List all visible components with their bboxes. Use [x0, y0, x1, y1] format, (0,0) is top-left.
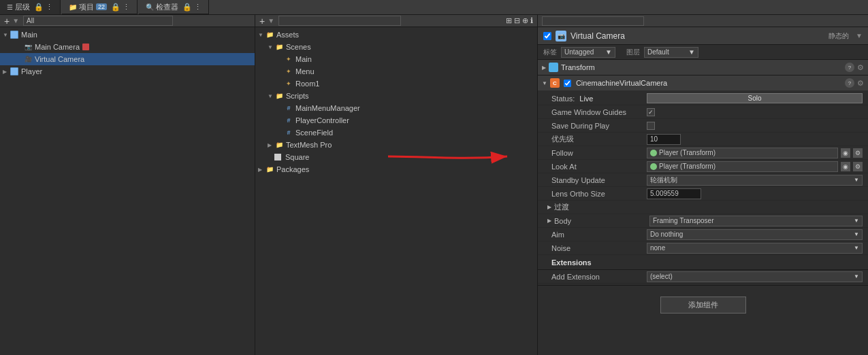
cinemachine-settings-btn[interactable]: ⚙: [857, 79, 864, 88]
solo-btn[interactable]: Solo: [647, 93, 863, 103]
project-panel: + ▼ ⊞ ⊟ ⊕ ℹ ▼ 📁 Assets: [255, 15, 538, 355]
inspector-search-input[interactable]: [542, 16, 644, 26]
noise-arrow: ▼: [854, 245, 859, 251]
static-dropdown[interactable]: ▼: [856, 32, 863, 39]
body-group[interactable]: ▶ Body Framing Transposer ▼: [538, 214, 868, 228]
layer-value: Default: [647, 48, 669, 56]
project-item-square[interactable]: Square: [255, 151, 537, 163]
project-item-scenefield[interactable]: # SceneField: [255, 126, 537, 139]
layer-dropdown[interactable]: Default ▼: [644, 47, 698, 58]
object-header: 📷 Virtual Camera 静态的 ▼: [538, 27, 868, 45]
project-search-input[interactable]: [278, 16, 401, 26]
project-icon3[interactable]: ⊕: [522, 16, 528, 25]
standby-update-row: Standby Update 轮循机制 ▼: [538, 173, 868, 187]
hierarchy-tab[interactable]: ☰ 层级 🔒 ⋮: [0, 0, 61, 14]
project-item-room1-scene[interactable]: ✦ Room1: [255, 78, 537, 90]
project-icon4[interactable]: ℹ: [530, 16, 533, 25]
follow-label: Follow: [551, 149, 647, 157]
cinemachine-active-checkbox[interactable]: [564, 80, 571, 87]
follow-object-field[interactable]: Player (Transform): [647, 148, 838, 158]
look-at-settings-btn[interactable]: ⚙: [853, 162, 863, 171]
project-item-textmeshpro[interactable]: ▶ 📁 TextMesh Pro: [255, 139, 537, 151]
lens-ortho-row: Lens Ortho Size: [538, 187, 868, 201]
add-component-btn[interactable]: 添加组件: [660, 297, 746, 314]
look-at-label: Look At: [551, 163, 647, 171]
transform-help-btn[interactable]: ?: [845, 63, 854, 72]
look-at-value: Player (Transform): [659, 163, 716, 170]
cinemachine-icon: C: [550, 78, 560, 88]
project-item-textmeshpro-label: TextMesh Pro: [286, 141, 332, 149]
lens-ortho-field[interactable]: [647, 188, 701, 199]
follow-target-btn[interactable]: ◉: [841, 148, 850, 158]
transition-label: 过渡: [554, 202, 569, 212]
inspector-menu[interactable]: ⋮: [194, 3, 202, 12]
project-icon1[interactable]: ⊞: [506, 16, 512, 25]
transform-name: Transform: [561, 63, 595, 71]
status-label: Status: Live: [551, 95, 647, 103]
hierarchy-item-virtual-camera[interactable]: 🎥 Virtual Camera: [0, 53, 255, 65]
project-item-mainmenumanager[interactable]: # MainMenuManager: [255, 102, 537, 114]
hierarchy-tab-label: 层级: [15, 2, 30, 12]
transform-header[interactable]: ▶ Transform ? ⚙: [538, 60, 868, 75]
game-window-guides-checkbox[interactable]: [647, 108, 655, 116]
playercontroller-cs-icon: #: [284, 116, 293, 125]
hierarchy-menu[interactable]: ⋮: [46, 3, 53, 12]
inspector-tab[interactable]: 🔍 检查器 🔒 ⋮: [139, 0, 209, 14]
noise-dropdown[interactable]: none ▼: [647, 243, 863, 254]
inspector-lock: 🔒: [182, 3, 192, 12]
transition-group[interactable]: ▶ 过渡: [538, 201, 868, 214]
cinemachine-body: Status: Live Solo Game Window Guides: [538, 90, 868, 285]
project-item-room1-scene-label: Room1: [295, 80, 319, 88]
cinemachine-arrow: ▼: [542, 80, 547, 86]
body-dropdown[interactable]: Framing Transposer ▼: [649, 216, 863, 226]
layer-label: 图层: [626, 48, 640, 57]
save-during-play-label: Save During Play: [551, 122, 647, 130]
project-icon2[interactable]: ⊟: [514, 16, 520, 25]
scripts-folder-icon: 📁: [274, 91, 284, 101]
project-tab[interactable]: 📁 项目 22 🔒 ⋮: [62, 0, 138, 14]
aim-row: Aim Do nothing ▼: [538, 228, 868, 241]
room1-scene-icon: ✦: [284, 79, 293, 88]
priority-field[interactable]: [647, 134, 681, 145]
add-component-container: 添加组件: [538, 286, 868, 324]
cinemachine-help-btn[interactable]: ?: [845, 78, 854, 88]
project-item-packages[interactable]: ▶ 📁 Packages: [255, 163, 537, 175]
project-item-assets[interactable]: ▼ 📁 Assets: [255, 29, 537, 41]
look-at-object-field[interactable]: Player (Transform): [647, 161, 838, 172]
project-lock: 🔒: [111, 3, 120, 12]
cinemachine-header[interactable]: ▼ C CinemachineVirtualCamera ? ⚙: [538, 75, 868, 90]
hierarchy-add-btn[interactable]: +: [4, 16, 10, 27]
tag-dropdown[interactable]: Untagged ▼: [561, 47, 615, 58]
project-add-btn[interactable]: +: [259, 16, 265, 27]
project-item-scenes[interactable]: ▼ 📁 Scenes: [255, 41, 537, 53]
notice-count: 22: [96, 3, 107, 10]
save-during-play-row: Save During Play: [538, 119, 868, 133]
inspector-panel: 📷 Virtual Camera 静态的 ▼ 标签 Untagged ▼ 图层 …: [538, 15, 868, 355]
project-item-scripts[interactable]: ▼ 📁 Scripts: [255, 90, 537, 102]
project-item-playercontroller[interactable]: # PlayerController: [255, 114, 537, 126]
standby-update-dropdown[interactable]: 轮循机制 ▼: [647, 175, 863, 186]
project-item-menu-scene[interactable]: ✦ Menu: [255, 65, 537, 78]
game-window-guides-label: Game Window Guides: [551, 108, 647, 116]
hierarchy-item-main[interactable]: ▼ Main: [0, 29, 255, 41]
object-active-checkbox[interactable]: [543, 32, 551, 40]
hierarchy-item-main-camera[interactable]: 📷 Main Camera: [0, 41, 255, 53]
mainmenumanager-cs-icon: #: [284, 103, 293, 113]
project-item-main-scene[interactable]: ✦ Main: [255, 53, 537, 65]
project-menu[interactable]: ⋮: [123, 3, 130, 12]
hierarchy-item-player-label: Player: [21, 67, 42, 75]
transform-settings-btn[interactable]: ⚙: [857, 63, 864, 72]
lens-ortho-label: Lens Ortho Size: [551, 190, 647, 198]
project-item-square-label: Square: [285, 153, 309, 161]
transform-section: ▶ Transform ? ⚙: [538, 60, 868, 75]
follow-settings-btn[interactable]: ⚙: [853, 148, 863, 158]
look-at-target-btn[interactable]: ◉: [841, 162, 850, 171]
scenes-folder-icon: 📁: [274, 42, 284, 52]
project-item-mainmenumanager-label: MainMenuManager: [295, 104, 360, 112]
hierarchy-search-input[interactable]: [23, 16, 173, 26]
hierarchy-item-player[interactable]: ▶ Player: [0, 65, 255, 78]
main-camera-icon: 📷: [23, 42, 33, 52]
save-during-play-checkbox[interactable]: [647, 122, 655, 130]
aim-dropdown[interactable]: Do nothing ▼: [647, 229, 863, 240]
add-extension-dropdown[interactable]: (select) ▼: [647, 271, 863, 282]
